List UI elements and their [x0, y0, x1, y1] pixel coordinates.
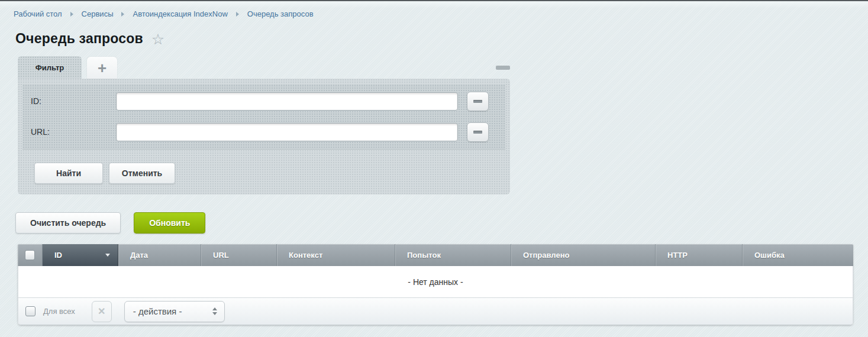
column-header-url[interactable]: URL — [201, 244, 277, 266]
minus-icon — [473, 131, 482, 134]
breadcrumb: Рабочий стол Сервисы Автоиндексация Inde… — [0, 8, 868, 18]
for-all-label: Для всех — [43, 307, 75, 316]
select-all-cell — [18, 244, 43, 266]
top-gradient — [0, 1, 868, 8]
column-header-id-label: ID — [54, 251, 62, 260]
clear-queue-button[interactable]: Очистить очередь — [15, 212, 121, 234]
add-filter-tab-button[interactable]: + — [87, 57, 117, 79]
filter-fields: ID: URL: — [22, 85, 505, 150]
actions-select-value: - действия - — [133, 306, 182, 316]
filter-row-id: ID: — [22, 86, 505, 116]
close-icon: ✕ — [98, 306, 105, 317]
plus-icon: + — [98, 62, 107, 74]
filter-url-label: URL: — [22, 127, 116, 137]
column-header-id[interactable]: ID — [43, 244, 118, 266]
column-header-error[interactable]: Ошибка — [743, 244, 853, 266]
remove-url-field-button[interactable] — [467, 122, 489, 142]
column-header-http[interactable]: HTTP — [656, 244, 743, 266]
queue-table: ID Дата URL Контекст Попыток Отправлено … — [18, 244, 853, 325]
title-row: Очередь запросов ☆ — [0, 18, 868, 47]
filter-id-input[interactable] — [116, 92, 458, 111]
column-header-date[interactable]: Дата — [118, 244, 201, 266]
select-all-checkbox[interactable] — [25, 250, 35, 260]
for-all-checkbox[interactable] — [25, 306, 36, 316]
table-empty-row: - Нет данных - — [18, 266, 853, 297]
cancel-button[interactable]: Отменить — [109, 163, 175, 184]
tab-filter[interactable]: Фильтр — [18, 56, 82, 79]
page-title: Очередь запросов — [15, 31, 143, 47]
sort-desc-icon — [105, 254, 110, 257]
empty-table-message: - Нет данных - — [408, 277, 463, 287]
breadcrumb-link-queue[interactable]: Очередь запросов — [247, 9, 314, 18]
remove-id-field-button[interactable] — [467, 92, 489, 111]
find-button[interactable]: Найти — [34, 163, 103, 184]
select-spinner-icon — [212, 307, 217, 315]
filter-url-input[interactable] — [116, 123, 458, 141]
collapse-filter-icon[interactable] — [496, 66, 510, 70]
filter-buttons-row: Найти Отменить — [22, 150, 505, 184]
table-header-row: ID Дата URL Контекст Попыток Отправлено … — [18, 244, 853, 266]
column-header-context[interactable]: Контекст — [277, 244, 395, 266]
apply-action-button[interactable]: ✕ — [92, 301, 112, 322]
breadcrumb-arrow-icon — [121, 12, 124, 17]
breadcrumb-arrow-icon — [236, 12, 239, 17]
table-footer: Для всех ✕ - действия - — [18, 297, 853, 325]
tab-filter-label: Фильтр — [36, 63, 64, 72]
filter-id-label: ID: — [22, 96, 116, 106]
actions-select[interactable]: - действия - — [124, 301, 225, 322]
refresh-button[interactable]: Обновить — [134, 212, 205, 234]
breadcrumb-link-indexnow[interactable]: Автоиндексация IndexNow — [133, 9, 227, 18]
favorite-star-icon[interactable]: ☆ — [151, 32, 164, 47]
breadcrumb-arrow-icon — [70, 12, 73, 17]
breadcrumb-link-desktop[interactable]: Рабочий стол — [14, 9, 62, 18]
breadcrumb-link-services[interactable]: Сервисы — [82, 9, 114, 18]
minus-icon — [473, 100, 482, 103]
filter-body: ID: URL: Найти Отменить — [18, 79, 510, 195]
filter-tabs-row: Фильтр + — [18, 56, 510, 79]
filter-panel: Фильтр + ID: URL: Найти — [18, 56, 510, 195]
action-buttons-row: Очистить очередь Обновить — [15, 212, 868, 234]
column-header-attempts[interactable]: Попыток — [395, 244, 511, 266]
filter-row-url: URL: — [22, 116, 505, 147]
column-header-sent[interactable]: Отправлено — [511, 244, 656, 266]
